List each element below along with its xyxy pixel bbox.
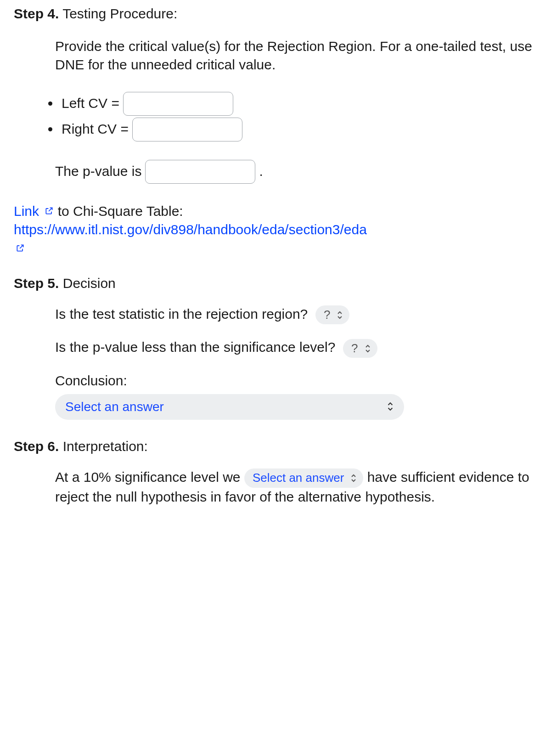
pvalue-prefix: The p-value is — [55, 162, 141, 181]
conclusion-select[interactable]: Select an answer — [55, 394, 404, 420]
link-word[interactable]: Link — [14, 203, 58, 219]
page-root: Step 4. Testing Procedure: Provide the c… — [0, 0, 551, 756]
chi-square-url[interactable]: https://www.itl.nist.gov/div898/handbook… — [14, 222, 367, 237]
step6-title: Interpretation: — [63, 439, 148, 454]
right-cv-label: Right CV = — [62, 120, 129, 139]
chevron-updown-icon — [365, 344, 371, 353]
chevron-updown-icon — [387, 398, 394, 417]
question-pvalue-level: Is the p-value less than the significanc… — [55, 338, 537, 358]
chi-square-link-block: Link to Chi-Square Table: https://www.it… — [14, 202, 551, 258]
interp-text-a: At a 10% significance level we — [55, 469, 244, 485]
pvalue-line: The p-value is . — [55, 160, 551, 184]
pvalue-input[interactable] — [145, 160, 255, 184]
rejection-region-select[interactable]: ? — [315, 305, 349, 325]
step6-label: Step 6. — [14, 439, 59, 454]
step4-instruction: Provide the critical value(s) for the Re… — [55, 37, 551, 74]
cv-list: Left CV = Right CV = — [41, 92, 551, 141]
step5-heading: Step 5. Decision — [14, 274, 551, 293]
external-link-icon — [45, 206, 54, 215]
step4-label: Step 4. — [14, 6, 59, 21]
left-cv-input[interactable] — [123, 92, 233, 116]
step4-title: Testing Procedure: — [62, 6, 177, 21]
pvalue-suffix: . — [259, 162, 263, 181]
chevron-updown-icon — [350, 474, 357, 483]
conclusion-label: Conclusion: — [55, 372, 537, 390]
chevron-updown-icon — [337, 310, 343, 320]
link-mid-text: to Chi-Square Table: — [58, 203, 183, 219]
step5-label: Step 5. — [14, 276, 59, 291]
left-cv-item: Left CV = — [60, 92, 551, 116]
interpretation-select[interactable]: Select an answer — [244, 468, 363, 488]
pvalue-level-select[interactable]: ? — [343, 339, 377, 358]
step5-title: Decision — [63, 276, 116, 291]
question-rejection-region: Is the test statistic in the rejection r… — [55, 305, 537, 325]
step5-block: Is the test statistic in the rejection r… — [55, 305, 551, 420]
right-cv-input[interactable] — [132, 118, 242, 141]
left-cv-label: Left CV = — [62, 94, 119, 113]
step6-heading: Step 6. Interpretation: — [14, 437, 551, 456]
step4-heading: Step 4. Testing Procedure: — [14, 5, 551, 23]
right-cv-item: Right CV = — [60, 118, 551, 141]
step6-text: At a 10% significance level we Select an… — [55, 468, 551, 506]
external-link-icon — [16, 243, 25, 253]
